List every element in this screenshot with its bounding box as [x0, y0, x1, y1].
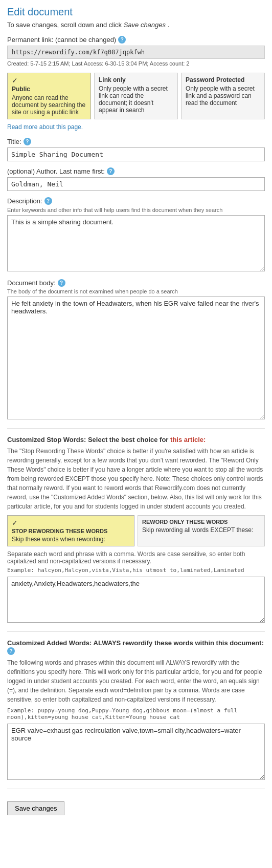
title-input[interactable]: [7, 147, 265, 161]
stop-words-example-label: Example:: [7, 567, 34, 574]
access-card-link-only-desc: Only people with a secret link can read …: [99, 85, 173, 114]
body-help-icon[interactable]: ?: [58, 279, 65, 287]
body-label: Document body: ?: [7, 279, 265, 287]
access-card-group: ✓ Public Anyone can read the document by…: [7, 73, 265, 119]
stop-card-stop[interactable]: ✓ STOP REWORDING THESE WORDS Skip these …: [7, 515, 134, 546]
access-card-password-desc: Only people with a secret link and a pas…: [186, 85, 260, 107]
description-hint: Enter keywords and other info that will …: [7, 207, 265, 213]
access-card-link-only-title: Link only: [99, 76, 173, 83]
added-words-title: Customized Added Words: ALWAYS rewordify…: [7, 639, 265, 655]
perm-link-meta: Created: 5-7-15 2:15 AM; Last Access: 6-…: [7, 60, 265, 67]
perm-link-help-icon[interactable]: ?: [118, 36, 126, 44]
author-help-icon[interactable]: ?: [107, 167, 115, 175]
title-label: Title: ?: [7, 138, 265, 145]
stop-words-textarea[interactable]: [7, 577, 265, 623]
added-words-example: Example: puppy=young dog,Puppy=Young dog…: [7, 707, 265, 721]
description-textarea[interactable]: [7, 215, 265, 271]
added-words-section: Customized Added Words: ALWAYS rewordify…: [7, 639, 265, 781]
stop-words-title: Customized Stop Words: Select the best c…: [7, 436, 265, 443]
stop-card-reword-only[interactable]: REWORD ONLY THESE WORDS Skip rewording a…: [138, 515, 265, 546]
access-card-password-title: Password Protected: [186, 76, 260, 83]
description-help-icon[interactable]: ?: [44, 197, 52, 205]
added-words-desc: The following words and phrases within t…: [7, 658, 265, 704]
access-card-password[interactable]: Password Protected Only people with a se…: [181, 73, 265, 119]
title-help-icon[interactable]: ?: [24, 138, 31, 145]
stop-card-stop-desc: Skip these words when rewording:: [12, 536, 130, 543]
added-words-help-icon[interactable]: ?: [7, 647, 15, 655]
body-textarea[interactable]: [7, 297, 265, 419]
added-words-example-label: Example:: [7, 707, 34, 714]
perm-link-url: https://rewordify.com/kf7q087jqpkfwh: [7, 46, 265, 59]
stop-card-reword-only-title: REWORD ONLY THESE WORDS: [142, 519, 260, 525]
save-button[interactable]: Save changes: [7, 801, 64, 815]
access-card-link-only[interactable]: Link only Only people with a secret link…: [94, 73, 178, 119]
added-words-example-value: puppy=young dog,Puppy=Young dog,gibbous …: [7, 707, 237, 721]
stop-words-note: Separate each word and phrase with a com…: [7, 551, 265, 565]
stop-words-example: Example: halcyon,Halcyon,vista,Vista,his…: [7, 567, 265, 574]
access-card-public-desc: Anyone can read the document by searchin…: [12, 94, 86, 116]
stop-card-stop-title: STOP REWORDING THESE WORDS: [12, 528, 130, 534]
stop-card-reword-only-desc: Skip rewording all words EXCEPT these:: [142, 526, 260, 534]
body-hint: The body of the document is not examined…: [7, 288, 265, 294]
read-more-link[interactable]: Read more about this page.: [7, 123, 265, 131]
access-card-public-title: Public: [12, 86, 86, 93]
stop-words-example-value: halcyon,Halcyon,vista,Vista,his utmost t…: [38, 567, 244, 574]
author-label: (optional) Author. Last name first: ?: [7, 167, 265, 175]
stop-card-group: ✓ STOP REWORDING THESE WORDS Skip these …: [7, 515, 265, 546]
divider-1: [7, 428, 265, 429]
permanent-link-section: Permanent link: (cannot be changed) ? ht…: [7, 36, 265, 67]
stop-words-desc: The "Stop Rewording These Words" choice …: [7, 447, 265, 511]
added-words-textarea[interactable]: [7, 724, 265, 780]
author-section: (optional) Author. Last name first: ?: [7, 167, 265, 191]
divider-3: [7, 789, 265, 789]
checkmark-public: ✓: [12, 76, 86, 84]
author-input[interactable]: [7, 177, 265, 191]
body-section: Document body: ? The body of the documen…: [7, 279, 265, 421]
title-section: Title: ?: [7, 138, 265, 161]
checkmark-stop: ✓: [12, 519, 130, 527]
access-card-public[interactable]: ✓ Public Anyone can read the document by…: [7, 73, 91, 119]
intro-text: To save changes, scroll down and click S…: [7, 21, 265, 29]
stop-words-section: Customized Stop Words: Select the best c…: [7, 436, 265, 624]
perm-link-label: Permanent link: (cannot be changed) ?: [7, 36, 265, 44]
page-title: Edit document: [7, 6, 265, 18]
divider-2: [7, 631, 265, 632]
description-section: Description: ? Enter keywords and other …: [7, 197, 265, 273]
description-label: Description: ?: [7, 197, 265, 205]
